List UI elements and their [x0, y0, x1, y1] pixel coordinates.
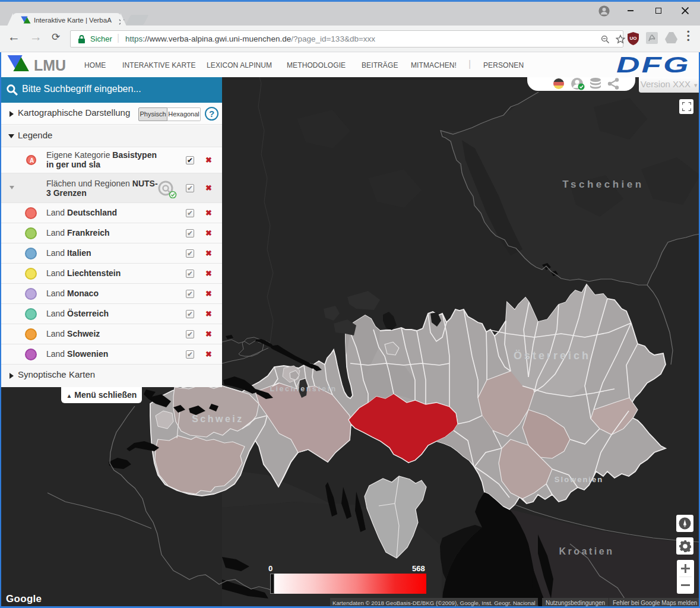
svg-text:Kroatien: Kroatien	[559, 546, 615, 556]
svg-text:Schweiz: Schweiz	[192, 414, 244, 424]
svg-text:Liechtenstein: Liechtenstein	[270, 385, 337, 393]
svg-text:Slowenien: Slowenien	[555, 475, 603, 484]
svg-text:Österreich: Österreich	[514, 350, 591, 362]
svg-text:Tschechien: Tschechien	[562, 179, 644, 190]
svg-text:UO: UO	[630, 36, 637, 41]
